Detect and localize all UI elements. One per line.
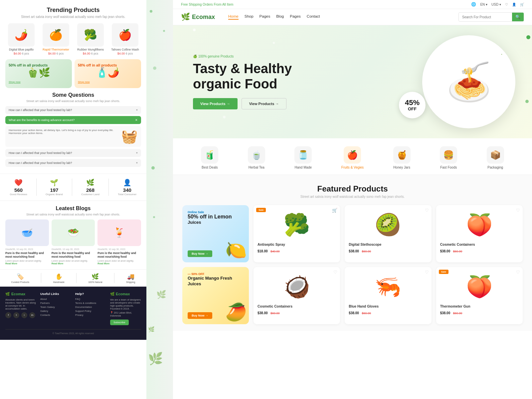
stat-label: Good Reviews [10,193,27,196]
category-item-fruits-vegies[interactable]: 🍎 Fruits & Vegies [341,146,364,169]
faq-item[interactable]: How can I affected that your food tested… [5,106,141,114]
product-name: Thermometer Gun [440,304,519,308]
currency-selector[interactable]: USD ▾ [491,3,501,6]
product-name: Tahoes Colline Mash [109,48,141,52]
wishlist-heart-icon[interactable]: 🛒 [332,208,337,213]
footer-link[interactable]: Contacts [40,314,71,317]
decorative-dot [153,66,156,70]
category-item-packaging[interactable]: 📦 Packaging [487,146,504,169]
list-item[interactable]: 🌶️ Digital Blue papillo $4.00 6 pcs [5,23,37,55]
sale-link[interactable]: Shop now [9,80,21,83]
hero-secondary-button[interactable]: View Products → [242,98,287,109]
product-price: $4.00 6 pcs [40,52,72,55]
footer-link[interactable]: About [40,298,71,301]
category-item-herbal-tea[interactable]: 🍵 Herbal Tea [248,146,265,169]
read-more-link[interactable]: Read More [97,262,141,265]
list-item[interactable]: 🥦 Rubber Mungfilkens $4.00 6 pcs [75,23,106,55]
wishlist-heart-icon[interactable]: ♡ [516,270,520,275]
featured-subtitle: Street art salvia irony wolf waistcoat a… [182,195,523,199]
facebook-icon[interactable]: f [5,312,11,318]
twitter-icon[interactable]: t [13,312,19,318]
wishlist-heart-icon[interactable]: ♡ [425,270,429,275]
list-item[interactable]: 🥣 Giselle56, 10 sep 30, 2023 Pure is the… [5,219,49,265]
account-icon[interactable]: 👤 [512,3,516,6]
wishlist-heart-icon[interactable]: ♡ [425,208,429,213]
linkedin-icon[interactable]: in [29,312,35,318]
decorative-dot [526,35,530,39]
category-item-honey-jars[interactable]: 🍯 Honey Jars [393,146,411,169]
footer-link[interactable]: Documentation [75,306,106,309]
search-button[interactable]: 🔍 [512,13,524,21]
cart-icon[interactable]: 🛒 [520,3,524,6]
wishlist-heart-icon[interactable]: ♡ [516,208,520,213]
footer-link[interactable]: Gallery [40,310,71,313]
footer-link[interactable]: Team Galaxy [40,306,71,309]
faq-question: How can I affected that your food tested… [9,161,72,165]
footer-link[interactable]: Partners [40,302,71,305]
product-name: Cosmetic Containers [440,242,519,246]
footer-link[interactable]: Privacy [75,314,106,317]
badge-handmade: ✋ Handmade [53,273,65,283]
product-card[interactable]: Sale ♡ 🍑 Thermometer Gun $38.00 $60.00 [436,267,523,324]
blog-meta: Giselle56, 10 sep 30, 2023 [5,248,49,250]
faq-toggle-icon: + [136,151,138,155]
list-item[interactable]: 🥗 Giselle56, 10 sep 30, 2023 Pure is the… [52,219,95,265]
sale-card-green[interactable]: 50% off in all products 🫑🌿 Shop now [5,59,72,88]
trending-subtitle: Street art salvia irony wolf waistcoat a… [0,15,146,19]
blog-title: Pure is the most healthy and most nouris… [97,251,141,259]
nav-link-pages[interactable]: Pages [260,14,270,20]
promo-card-mango[interactable]: — 50% OFF Organic Mango Fresh Juices Buy… [182,267,249,324]
wishlist-heart-icon[interactable]: ♡ [333,270,337,275]
blog-cards-container: 🥣 Giselle56, 10 sep 30, 2023 Pure is the… [5,219,141,265]
footer-link[interactable]: FAQ [75,298,106,301]
sale-link[interactable]: Shop now [78,80,90,83]
sale-card-orange[interactable]: 58% off in all products 🧴🌶️ Shop now [75,59,141,88]
product-card[interactable]: ♡ 🦐 Blue Hand Gloves $38.00 $60.00 [345,267,431,324]
stats-section: ❤️ 560 Good Reviews 🌱 197 Organic Brand … [0,174,146,201]
read-more-link[interactable]: Read More [52,262,95,265]
hero-title-line2: organic Food [193,76,277,91]
product-card[interactable]: ♡ 🥝 Digital Stethoscope $38.00 $60.00 [345,205,431,262]
product-price: $38.00 [349,311,359,315]
category-item-fast-foods[interactable]: 🍔 Fast Foods [440,146,457,169]
nav-link-shop[interactable]: Shop [245,14,254,20]
sale-image: 🧴🌶️ [78,67,138,78]
read-more-link[interactable]: Read More [5,262,49,265]
site-logo[interactable]: 🌿 Ecomax [181,13,215,21]
badge-label: Handmade [53,281,65,283]
footer-links-col: Useful Links About Partners Team Galaxy … [40,292,71,325]
wishlist-icon[interactable]: ♡ [505,3,508,6]
instagram-icon[interactable]: i [21,312,27,318]
faq-item[interactable]: How can I affected that your food tested… [5,149,141,157]
list-item[interactable]: 🍹 Giselle56, 10 sep 30, 2023 Pure is the… [97,219,141,265]
footer-link[interactable]: Terms & conditions [75,302,106,305]
promo-card-lemon[interactable]: Online Sale 50% off in Lemon Juices Buy … [182,205,249,262]
product-card[interactable]: Sale 🛒 🥦 Antiseptic Spray $18.00 $40.00 [254,205,340,262]
search-input[interactable] [459,13,512,21]
footer-subscribe-button[interactable]: Subscribe [110,320,129,325]
nav-link-home[interactable]: Home [228,14,239,20]
footer-link[interactable]: Support Policy [75,310,106,313]
category-label: Honey Jars [393,166,410,169]
product-card[interactable]: ♡ 🥥 Cosmetic Containers $38.00 $60.00 [254,267,340,324]
faq-item[interactable]: How can I affected that your food tested… [5,159,141,167]
decorative-dot [193,29,196,31]
list-item[interactable]: 🍎 Tahoes Colline Mash $4.00 6 pcs [109,23,141,55]
product-price-block: $38.00 $60.00 [349,310,427,316]
list-item[interactable]: 🍊 Rapid Thermometer $4.00 6 pcs [40,23,72,55]
promo-buy-button[interactable]: Buy Now → [188,312,212,319]
category-item-best-deals[interactable]: 🧃 Best Deals [201,146,218,169]
logo-leaf-icon: 🌿 [181,13,190,21]
hero-primary-button[interactable]: View Products → [193,98,238,109]
promo-product-name: Organic Mango Fresh Juices [188,276,244,287]
product-card[interactable]: ♡ 🍑 Cosmetic Containers $38.00 $60.00 [436,205,523,262]
faq-item-active[interactable]: What are the benefits to eating advance … [5,116,141,124]
nav-link-contact[interactable]: Contact [307,14,320,20]
language-selector[interactable]: EN ▾ [480,3,487,6]
bg-dot [153,216,155,218]
promo-product-image: 🍋 [225,240,247,260]
category-item-hand-made[interactable]: 🫙 Hand Made [294,146,312,169]
nav-link-pages2[interactable]: Pages [290,14,301,20]
nav-link-blog[interactable]: Blog [276,14,284,20]
promo-buy-button[interactable]: Buy Now → [188,250,212,257]
